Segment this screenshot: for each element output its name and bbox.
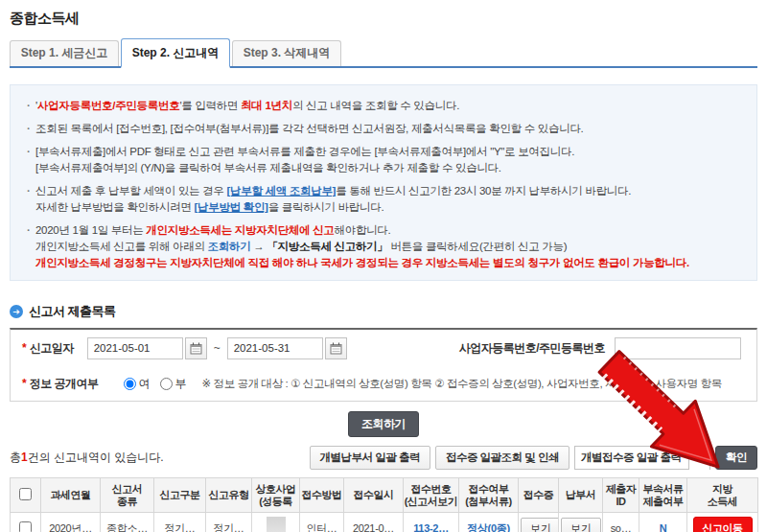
report-date-label: 신고일자 bbox=[30, 340, 74, 357]
cell-business-name bbox=[252, 513, 300, 532]
filter-row-date: * 신고일자 ~ 사업자등록번호/주민등록번호 bbox=[11, 330, 756, 366]
notice-line: 신고서 제출 후 납부할 세액이 있는 경우 [납부할 세액 조회납부]를 통해… bbox=[24, 183, 743, 199]
date-range-tilde: ~ bbox=[214, 341, 221, 355]
receipt-no-link[interactable]: 113-2… bbox=[413, 522, 449, 532]
notice-line: 개인지방소득세 신고를 위해 아래의 조회하기 → 「지방소득세 신고하기」 버… bbox=[24, 239, 743, 255]
notice-line: [부속서류제출]에서 PDF 형태로 신고 관련 부속서류를 제출한 경우에는 … bbox=[24, 144, 743, 160]
privacy-yes-radio[interactable] bbox=[124, 378, 136, 390]
calendar-to-button[interactable] bbox=[325, 337, 347, 359]
confirm-button[interactable]: 확인 bbox=[715, 446, 757, 470]
print-payment-slips-button[interactable]: 개별납부서 일괄 출력 bbox=[310, 446, 430, 470]
cell-receipt-datetime: 2021-0… bbox=[344, 513, 404, 532]
section-header: ➔ 신고서 제출목록 bbox=[10, 303, 757, 320]
date-from-input[interactable] bbox=[87, 337, 183, 359]
chevron-down-icon: ∨ bbox=[688, 446, 709, 470]
calendar-icon bbox=[190, 342, 202, 355]
biz-no-label: 사업자등록번호/주민등록번호 bbox=[459, 340, 605, 357]
select-all-checkbox[interactable] bbox=[19, 488, 32, 500]
results-bar: 총1건의 신고내역이 있습니다. 개별납부서 일괄 출력 접수증 일괄조회 및 … bbox=[10, 446, 757, 470]
header-local-income-tax: 지방소득세 bbox=[687, 478, 758, 513]
header-business-name: 상호사업(성등록 bbox=[252, 478, 300, 513]
view-receipt-button[interactable]: 보기 bbox=[521, 518, 559, 532]
header-attach-submitted: 부속서류제출여부 bbox=[639, 478, 687, 513]
notice-line: 조회된 목록에서 [접수번호], [접수여부(첨부서류)]를 각각 선택하면 신… bbox=[24, 121, 743, 137]
biz-no-input[interactable] bbox=[615, 337, 741, 359]
section-title: 신고서 제출목록 bbox=[29, 303, 116, 320]
search-filter-box: * 신고일자 ~ 사업자등록번호/주민등록번호 * 정보 공개여부 여 bbox=[10, 328, 757, 402]
cell-submitter-id: so… bbox=[603, 513, 639, 532]
privacy-no-label: 부 bbox=[175, 376, 187, 392]
step-tabs: Step 1. 세금신고 Step 2. 신고내역 Step 3. 삭제내역 bbox=[10, 40, 757, 68]
header-receipt-datetime: 접수일시 bbox=[344, 478, 404, 513]
cell-form-type: 종합소… bbox=[101, 513, 154, 532]
notice-line: 자세한 납부방법을 확인하시려면 [납부방법 확인]을 클릭하시기 바랍니다. bbox=[24, 199, 743, 216]
tab-step1-tax-filing[interactable]: Step 1. 세금신고 bbox=[10, 40, 119, 66]
page-title: 종합소득세 bbox=[10, 10, 757, 28]
print-receipts-button[interactable]: 접수증 일괄조회 및 인쇄 bbox=[435, 446, 569, 470]
row-checkbox[interactable] bbox=[19, 521, 32, 532]
header-select-all bbox=[11, 478, 41, 513]
result-count-text: 총1건의 신고내역이 있습니다. bbox=[10, 450, 164, 466]
privacy-label: 정보 공개여부 bbox=[30, 376, 99, 392]
redacted-name-block bbox=[267, 517, 286, 532]
header-submitter-id: 제출자ID bbox=[603, 478, 639, 513]
header-receipt-doc: 접수증 bbox=[519, 478, 559, 513]
section-bullet-arrow-icon: ➔ bbox=[10, 305, 23, 318]
attach-submitted-link[interactable]: N bbox=[660, 522, 667, 532]
filter-row-privacy: * 정보 공개여부 여 부 ※ 정보 공개 대상 : ① 신고내역의 상호(성명… bbox=[11, 366, 756, 401]
filing-list-table: 과세연월 신고서종류 신고구분 신고유형 상호사업(성등록 접수방법 접수일시 … bbox=[10, 477, 758, 532]
required-mark: * bbox=[22, 341, 27, 355]
tab-step2-filing-history[interactable]: Step 2. 신고내역 bbox=[121, 38, 230, 68]
page: 종합소득세 Step 1. 세금신고 Step 2. 신고내역 Step 3. … bbox=[0, 0, 767, 532]
notice-line: 2020년 1월 1일 부터는 개인지방소득세는 지방자치단체에 신고해야합니다… bbox=[24, 222, 743, 239]
header-report-kind: 신고유형 bbox=[206, 478, 252, 513]
header-receipt-status: 접수여부(첨부서류) bbox=[459, 478, 519, 513]
cell-report-class: 정기… bbox=[154, 513, 206, 532]
date-to-input[interactable] bbox=[227, 337, 323, 359]
header-form-type: 신고서종류 bbox=[101, 478, 154, 513]
cell-tax-period: 2020년… bbox=[41, 513, 101, 532]
view-payment-button[interactable]: 보기 bbox=[561, 518, 601, 532]
results-actions: 개별납부서 일괄 출력 접수증 일괄조회 및 인쇄 개별접수증 일괄 출력 ∨ … bbox=[310, 446, 757, 470]
cell-receipt-method: 인터… bbox=[300, 513, 344, 532]
header-receipt-no: 접수번호(신고서보기 bbox=[404, 478, 459, 513]
bulk-action-selected-value: 개별접수증 일괄 출력 bbox=[575, 451, 688, 465]
notice-line: [부속서류제출여부]의 (Y/N)을 클릭하여 부속서류 제출내역을 확인하거나… bbox=[24, 160, 743, 176]
notice-line: '사업자등록번호/주민등록번호'를 입력하면 최대 1년치의 신고 내역을 조회… bbox=[24, 98, 743, 114]
receipt-status-link[interactable]: 정상(0종) bbox=[467, 522, 510, 532]
cell-report-kind: 정기… bbox=[206, 513, 252, 532]
bulk-action-select[interactable]: 개별접수증 일괄 출력 ∨ bbox=[574, 446, 710, 470]
search-button[interactable]: 조회하기 bbox=[348, 411, 419, 437]
notice-line: 개인지방소득세 경정청구는 지방자치단체에 직접 해야 하나 국세가 경정되는 … bbox=[24, 255, 743, 271]
header-report-class: 신고구분 bbox=[154, 478, 206, 513]
tab-step3-deleted-history[interactable]: Step 3. 삭제내역 bbox=[232, 40, 341, 66]
privacy-no-radio[interactable] bbox=[160, 378, 173, 390]
required-mark: * bbox=[22, 377, 27, 390]
header-receipt-method: 접수방법 bbox=[300, 478, 344, 513]
local-tax-move-button[interactable]: 신고이동 bbox=[693, 517, 753, 532]
notice-box: '사업자등록번호/주민등록번호'를 입력하면 최대 1년치의 신고 내역을 조회… bbox=[10, 84, 757, 281]
privacy-note: ※ 정보 공개 대상 : ① 신고내역의 상호(성명) 항목 ② 접수증의 상호… bbox=[202, 377, 722, 391]
calendar-icon bbox=[330, 342, 342, 355]
table-header-row: 과세연월 신고서종류 신고구분 신고유형 상호사업(성등록 접수방법 접수일시 … bbox=[11, 478, 758, 513]
privacy-radio-group: 여 부 bbox=[114, 376, 187, 392]
table-row: 2020년… 종합소… 정기… 정기… 인터… 2021-0… 113-2… 정… bbox=[11, 513, 758, 532]
privacy-yes-label: 여 bbox=[139, 376, 151, 392]
header-payment-doc: 납부서 bbox=[559, 478, 603, 513]
header-tax-period: 과세연월 bbox=[41, 478, 101, 513]
calendar-from-button[interactable] bbox=[185, 337, 207, 359]
biz-no-group: 사업자등록번호/주민등록번호 bbox=[459, 337, 745, 359]
